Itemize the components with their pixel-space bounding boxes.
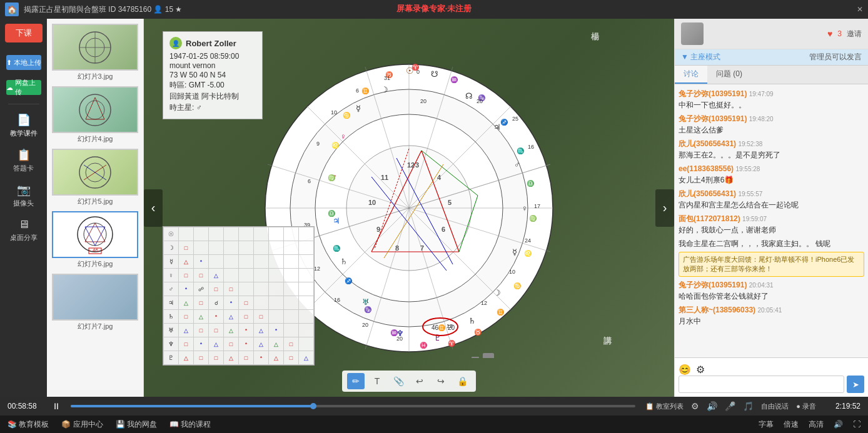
svg-text:☽: ☽ [381,85,388,94]
chat-input-field[interactable] [679,376,844,393]
tab-discussion[interactable]: 讨论 [675,66,707,84]
annotation-toolbar: ✏ T 📎 ↩ ↪ 🔒 [342,371,476,392]
heart-icon[interactable]: ♥ [827,29,832,39]
my-disk-btn[interactable]: 💾 我的网盘 [116,419,157,430]
svg-text:♋: ♋ [513,282,522,290]
svg-text:16: 16 [528,144,534,150]
download-btn[interactable]: 下课 [5,24,43,42]
chat-top-bar: ♥ 3 邀请 [675,19,868,49]
undo-btn[interactable]: ↩ [411,373,428,389]
svg-text:10: 10 [368,199,376,206]
svg-text:9: 9 [376,226,380,233]
classroom-list-btn[interactable]: 📋 教室列表 [645,402,684,411]
chat-message-8: 兔子沙弥(10395191) 20:04:31 哈哈面包你管老公钱就好了 [679,279,864,302]
info-card-location: mount vernon [169,61,256,70]
svg-text:♄: ♄ [340,257,348,266]
sidebar-item-upload-local[interactable]: ⬆本地上传 [3,51,44,74]
svg-text:♐: ♐ [345,277,353,285]
fullscreen-btn[interactable]: ⛶ [853,420,860,429]
svg-text:♎: ♎ [527,179,535,187]
svg-text:♄: ♄ [468,316,476,326]
education-template-btn[interactable]: 📚 教育模板 [8,419,49,430]
slide-thumb-6[interactable]: 46 [52,211,138,258]
progress-bar[interactable] [71,405,635,407]
svg-rect-115 [472,357,479,358]
sidebar-item-courses[interactable]: 📄 教学课件 [3,109,44,142]
slide-thumb-5[interactable] [52,149,138,196]
volume-right-btn[interactable]: 🔊 [834,420,843,429]
svg-text:♈: ♈ [448,339,456,347]
redo-btn[interactable]: ↪ [432,373,450,389]
playback-bar: 📚 教育模板 📦 应用中心 💾 我的网盘 📖 我的课程 字幕 倍速 高清 🔊 ⛶ [0,416,868,433]
emoji-btn[interactable]: 😊 [679,364,691,376]
info-card-timezone: 時區: GMT -5.00 [169,80,256,91]
upload-cloud-btn[interactable]: ☁网盘上传 [6,80,41,95]
sidebar-item-upload-cloud[interactable]: ☁网盘上传 [3,76,44,99]
clip-tool-btn[interactable]: 📎 [390,373,407,389]
record-btn[interactable]: ● 录音 [796,402,816,411]
svg-text:♃: ♃ [333,216,340,226]
chat-send-btn[interactable]: ➤ [847,376,864,393]
main-layout: 下课 ⬆本地上传 ☁网盘上传 📄 教学课件 📋 答题卡 📷 摄像头 🖥 桌面分 [0,19,868,397]
speed-btn[interactable]: 倍速 [784,419,799,430]
sidebar-item-quiz[interactable]: 📋 答题卡 [3,144,44,177]
camera-icon: 📷 [17,183,31,197]
courses-icon: 📄 [17,113,31,127]
slide-label-4: 幻灯片4.jpg [52,133,138,145]
slide-thumb-4[interactable] [52,86,138,133]
mode-label[interactable]: ▼ 主座模式 [681,52,720,62]
chat-panel: ♥ 3 邀请 ▼ 主座模式 管理员可以发言 讨论 问题 (0) 兔子沙弥(103… [674,19,868,397]
svg-text:♋: ♋ [343,111,351,119]
svg-text:☋: ☋ [431,69,438,79]
slide-item-6[interactable]: 46 幻灯片6.jpg [52,211,138,270]
home-icon[interactable]: 🏠 [5,2,19,16]
svg-rect-114 [483,353,494,358]
svg-text:8: 8 [395,244,399,252]
invite-label[interactable]: 邀请 [847,29,862,39]
quality-btn[interactable]: 高清 [809,419,824,430]
playback-left: 📚 教育模板 📦 应用中心 💾 我的网盘 📖 我的课程 [8,419,211,430]
upload-local-btn[interactable]: ⬆本地上传 [6,55,41,70]
info-card: 👤 Robert Zoller 1947-01-25 08:59:00 moun… [163,31,263,119]
sidebar-item-camera[interactable]: 📷 摄像头 [3,179,44,212]
mic-btn[interactable]: 🎤 [725,401,735,411]
svg-text:♍: ♍ [529,214,537,222]
slide-item-5[interactable]: 幻灯片5.jpg [52,149,138,207]
subtitle-btn[interactable]: 字幕 [759,419,774,430]
svg-text:11: 11 [381,174,388,181]
pen-tool-btn[interactable]: ✏ [347,373,365,389]
svg-text:♊: ♊ [361,87,370,95]
slide-item-3[interactable]: 幻灯片3.jpg [52,24,138,82]
top-bar-close[interactable]: ✕ [857,5,863,14]
info-card-header: 👤 Robert Zoller [169,37,256,49]
my-course-btn[interactable]: 📖 我的课程 [169,419,211,430]
app-center-btn[interactable]: 📦 应用中心 [61,419,103,430]
svg-text:☿: ☿ [356,104,361,113]
chat-advert[interactable]: 广告游乐场年度大回馈：尾灯·助草顿不得！iPhone6已发放两部；还有三部等你来… [679,252,864,277]
lock-btn[interactable]: 🔒 [453,373,471,389]
prev-slide-arrow[interactable]: ‹ [144,189,163,227]
svg-text:6: 6 [442,226,445,233]
settings-btn[interactable]: ⚙ [691,401,699,411]
chat-settings-btn[interactable]: ⚙ [696,364,705,376]
svg-text:5: 5 [448,199,452,206]
svg-text:♐: ♐ [500,118,508,126]
slide-item-4[interactable]: 幻灯片4.jpg [52,86,138,145]
next-slide-arrow[interactable]: › [655,189,674,227]
text-tool-btn[interactable]: T [368,373,386,389]
slide-label-6: 幻灯片6.jpg [52,258,138,270]
free-speak-btn[interactable]: 自由说话 [761,402,789,411]
svg-point-12 [84,223,106,246]
slide-thumb-7[interactable] [52,274,138,321]
tab-questions[interactable]: 问题 (0) [707,66,751,84]
play-pause-btn[interactable]: ⏸ [52,401,61,411]
slide-label-3: 幻灯片3.jpg [52,71,138,82]
volume-btn[interactable]: 🔊 [707,401,717,411]
sidebar-item-screen-share[interactable]: 🖥 桌面分享 [3,214,44,246]
svg-text:☊: ☊ [465,91,473,101]
time-total: 2:19:52 [826,402,860,411]
music-btn[interactable]: 🎵 [743,401,754,411]
user-avatar [681,22,704,45]
slide-thumb-3[interactable] [52,24,138,71]
slide-item-7[interactable]: 幻灯片7.jpg [52,274,138,332]
